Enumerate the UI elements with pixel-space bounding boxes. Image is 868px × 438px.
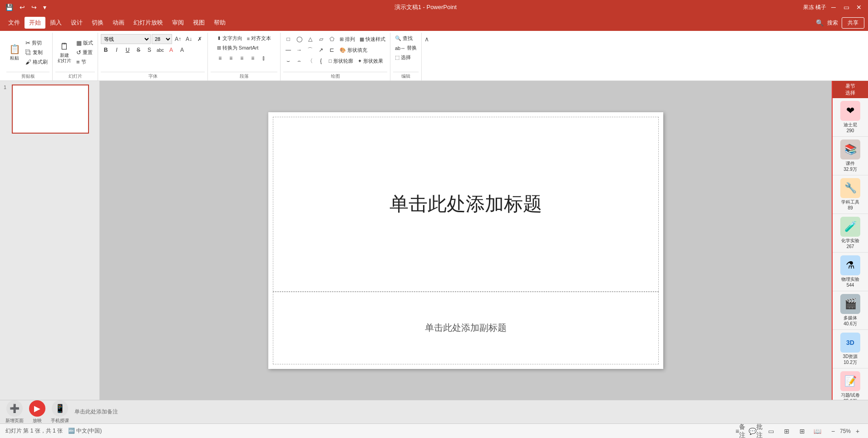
normal-view-button[interactable]: ▭: [766, 426, 776, 436]
mobile-lesson-button[interactable]: 📱 手机授课: [51, 400, 69, 424]
curve2[interactable]: ⌢: [294, 56, 304, 66]
menu-transitions[interactable]: 切换: [87, 17, 108, 29]
menu-insert[interactable]: 插入: [45, 17, 66, 29]
bold-button[interactable]: B: [101, 45, 111, 55]
sidebar-item-exercises[interactable]: 📝 习题/试卷95.1万: [833, 368, 868, 400]
align-right-button[interactable]: ≡: [237, 53, 247, 63]
increase-font-button[interactable]: A↑: [173, 34, 183, 44]
shape-effect-label: 形状效果: [363, 58, 383, 65]
slide-thumb-1[interactable]: [12, 85, 89, 134]
menu-help[interactable]: 帮助: [209, 17, 230, 29]
line5[interactable]: ⊏: [327, 45, 337, 55]
text-direction-button[interactable]: ⬍文字方向: [215, 34, 244, 43]
play-button[interactable]: ▶ 放映: [29, 400, 45, 424]
copy-button[interactable]: ⿻复制: [24, 48, 49, 57]
menu-view[interactable]: 视图: [188, 17, 209, 29]
undo-icon[interactable]: ↩: [18, 3, 27, 12]
shadow-button[interactable]: S: [144, 45, 154, 55]
menu-slideshow[interactable]: 幻灯片放映: [129, 17, 168, 29]
sidebar-item-3d[interactable]: 3D 3D资源10.2万: [833, 330, 868, 368]
find-button[interactable]: 🔍查找: [393, 34, 414, 43]
add-slide-button[interactable]: ➕ 新增页面: [5, 400, 24, 424]
font-name-select[interactable]: 等线: [101, 34, 151, 44]
menu-bar: 文件 开始 插入 设计 切换 动画 幻灯片放映 审阅 视图 帮助 🔍 搜索 共享: [0, 15, 868, 31]
search-icon[interactable]: 🔍: [816, 19, 824, 26]
reset-button[interactable]: ↺重置: [74, 48, 95, 57]
new-slide-button[interactable]: 🗒 新建幻灯片: [55, 40, 74, 65]
notes-button[interactable]: ≡ 备注: [735, 426, 745, 436]
align-text-button[interactable]: ≡对齐文本: [245, 34, 273, 43]
subject-tools-label: 学科工具89: [841, 199, 859, 211]
align-center-button[interactable]: ≡: [226, 53, 236, 63]
paste-button[interactable]: 📋 粘贴: [6, 40, 23, 65]
outline-view-button[interactable]: ⊞: [782, 426, 792, 436]
comments-button[interactable]: 💬 批注: [751, 426, 761, 436]
strikethrough-button[interactable]: S: [133, 45, 143, 55]
cut-button[interactable]: ✂剪切: [24, 39, 49, 47]
shape1[interactable]: □: [283, 34, 293, 44]
reading-view-button[interactable]: 📖: [813, 426, 823, 436]
menu-animations[interactable]: 动画: [108, 17, 129, 29]
share-button[interactable]: 共享: [842, 17, 864, 29]
curve3[interactable]: 〈: [305, 56, 315, 66]
cols-button[interactable]: ⫿: [259, 53, 269, 63]
replace-button[interactable]: ab↔替换: [393, 44, 419, 52]
collapse-ribbon-button[interactable]: ∧: [423, 35, 431, 44]
menu-home[interactable]: 开始: [25, 17, 45, 29]
shape-effect-button[interactable]: ✦形状效果: [356, 57, 385, 65]
sidebar-item-disney[interactable]: ❤ 迪士尼290: [833, 98, 868, 137]
font-size-select[interactable]: 28: [152, 34, 172, 44]
highlight-button[interactable]: A: [177, 45, 187, 55]
shape5[interactable]: ⬠: [327, 34, 337, 44]
subtitle-text-box[interactable]: 单击此处添加副标题: [273, 292, 659, 364]
section-button[interactable]: ≡节: [74, 58, 95, 66]
minimize-button[interactable]: ─: [828, 2, 839, 13]
decrease-font-button[interactable]: A↓: [184, 34, 194, 44]
redo-icon[interactable]: ↪: [30, 3, 39, 12]
shape4[interactable]: ▱: [316, 34, 326, 44]
curve1[interactable]: ⌣: [283, 56, 293, 66]
convert-smartart-button[interactable]: ⊞转换为 SmartArt: [215, 44, 260, 52]
line1[interactable]: —: [283, 45, 293, 55]
line4[interactable]: ↗: [316, 45, 326, 55]
line2[interactable]: →: [294, 45, 304, 55]
spacing-button[interactable]: abc: [155, 45, 165, 55]
restore-button[interactable]: ▭: [841, 2, 852, 13]
sidebar-item-multimedia[interactable]: 🎬 多媒体40.6万: [833, 291, 868, 330]
underline-button[interactable]: U: [123, 45, 133, 55]
sidebar-item-subject-tools[interactable]: 🔧 学科工具89: [833, 175, 868, 214]
menu-review[interactable]: 审阅: [168, 17, 188, 29]
shape2[interactable]: ◯: [294, 34, 304, 44]
paragraph-group-label: 段落: [211, 72, 277, 80]
curve4[interactable]: {: [316, 56, 326, 66]
add-slide-label: 新增页面: [5, 418, 24, 424]
sidebar-item-physics[interactable]: ⚗ 物理实验544: [833, 253, 868, 291]
customize-icon[interactable]: ▾: [41, 3, 48, 12]
slide-sorter-button[interactable]: ⊞: [797, 426, 807, 436]
menu-design[interactable]: 设计: [66, 17, 87, 29]
arrange-button[interactable]: ⊞排列: [338, 35, 357, 44]
notes-placeholder[interactable]: 单击此处添加备注: [74, 408, 118, 416]
save-icon[interactable]: 💾: [4, 3, 15, 12]
shape-fill-button[interactable]: 🎨形状填充: [338, 46, 369, 55]
zoom-in-button[interactable]: +: [853, 426, 863, 436]
title-text-box[interactable]: 单击此处添加标题: [273, 117, 659, 292]
shape3[interactable]: △: [305, 34, 315, 44]
zoom-area: − 75% +: [828, 426, 863, 436]
sidebar-item-chemistry[interactable]: 🧪 化学实验267: [833, 214, 868, 253]
justify-button[interactable]: ≡: [248, 53, 258, 63]
line3[interactable]: ⌒: [305, 45, 315, 55]
sidebar-item-courseware[interactable]: 📚 课件32.9万: [833, 137, 868, 175]
format-painter-button[interactable]: 🖌格式刷: [24, 58, 49, 66]
font-color-button[interactable]: A: [166, 45, 176, 55]
select-button[interactable]: ⬚选择: [393, 53, 413, 62]
zoom-out-button[interactable]: −: [828, 426, 838, 436]
clear-format-button[interactable]: ✗: [195, 34, 205, 44]
align-left-button[interactable]: ≡: [215, 53, 225, 63]
italic-button[interactable]: I: [112, 45, 122, 55]
shape-outline-button[interactable]: □形状轮廓: [327, 57, 355, 65]
menu-file[interactable]: 文件: [4, 17, 25, 29]
layout-button[interactable]: ▦版式: [74, 39, 95, 47]
close-button[interactable]: ✕: [853, 2, 864, 13]
quick-styles-button[interactable]: ▦快速样式: [358, 35, 387, 44]
